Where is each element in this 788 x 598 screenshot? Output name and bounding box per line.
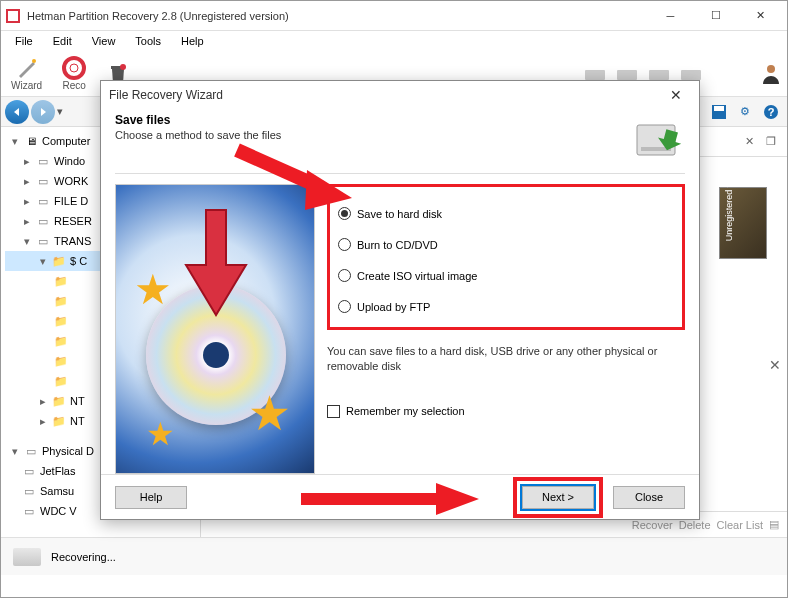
dialog-header: Save files Choose a method to save the f…	[115, 109, 685, 173]
popout-icon[interactable]: ❐	[763, 134, 779, 150]
window-title: Hetman Partition Recovery 2.8 (Unregiste…	[27, 10, 648, 22]
save-icon[interactable]	[707, 100, 731, 124]
tree-label: RESER	[54, 215, 92, 227]
titlebar: Hetman Partition Recovery 2.8 (Unregiste…	[1, 1, 787, 31]
maximize-button[interactable]: ☐	[693, 2, 738, 30]
radio-label: Create ISO virtual image	[357, 270, 477, 282]
menubar: File Edit View Tools Help	[1, 31, 787, 51]
wizard-illustration: ★ ★ ★	[115, 184, 315, 474]
clearlist-action[interactable]: Clear List	[717, 519, 763, 531]
unregistered-watermark: Unregistered v	[724, 182, 734, 242]
help-icon[interactable]: ?	[759, 100, 783, 124]
radio-burn-cd[interactable]: Burn to CD/DVD	[338, 238, 674, 251]
close-panel-icon[interactable]: ✕	[741, 134, 757, 150]
computer-icon: 🖥	[23, 133, 39, 149]
folder-icon: 📁	[53, 353, 69, 369]
expand-icon[interactable]: ▸	[21, 176, 32, 187]
collapse-icon[interactable]: ▾	[21, 236, 32, 247]
close-icon[interactable]: ✕	[769, 357, 781, 373]
menu-tools[interactable]: Tools	[125, 33, 171, 49]
folder-icon: 📁	[51, 413, 67, 429]
close-dialog-button[interactable]: Close	[613, 486, 685, 509]
next-button[interactable]: Next >	[522, 486, 594, 509]
svg-point-2	[32, 59, 36, 63]
drive-icon	[13, 548, 41, 566]
checkbox-label: Remember my selection	[346, 405, 465, 417]
minimize-button[interactable]: ─	[648, 2, 693, 30]
tree-label: Samsu	[40, 485, 74, 497]
dialog-main: ★ ★ ★ Save to hard disk Burn to CD/DVD	[115, 173, 685, 474]
svg-rect-8	[617, 70, 637, 80]
svg-rect-18	[301, 493, 441, 505]
menu-help[interactable]: Help	[171, 33, 214, 49]
menu-edit[interactable]: Edit	[43, 33, 82, 49]
collapse-icon[interactable]: ▾	[37, 256, 48, 267]
dialog-title: File Recovery Wizard	[109, 88, 661, 102]
dialog-close-button[interactable]: ✕	[661, 82, 691, 108]
radio-icon	[338, 269, 351, 282]
dialog-titlebar: File Recovery Wizard ✕	[101, 81, 699, 109]
recover-button[interactable]: Reco	[56, 54, 92, 93]
file-recovery-wizard-dialog: File Recovery Wizard ✕ Save files Choose…	[100, 80, 700, 520]
recover-action[interactable]: Recover	[632, 519, 673, 531]
drive-icon: ▭	[21, 463, 37, 479]
tree-label: WDC V	[40, 505, 77, 517]
dialog-subtitle: Choose a method to save the files	[115, 129, 633, 141]
drive-icon: ▭	[21, 483, 37, 499]
hard-drive-icon	[633, 113, 685, 165]
radio-label: Save to hard disk	[357, 208, 442, 220]
tree-label: Computer	[42, 135, 90, 147]
delete-action[interactable]: Delete	[679, 519, 711, 531]
svg-point-6	[120, 64, 126, 70]
radio-upload-ftp[interactable]: Upload by FTP	[338, 300, 674, 313]
menu-view[interactable]: View	[82, 33, 126, 49]
radio-label: Burn to CD/DVD	[357, 239, 438, 251]
app-icon	[5, 8, 21, 24]
hint-text: You can save files to a hard disk, USB d…	[327, 344, 685, 375]
lifebuoy-icon	[62, 56, 86, 80]
help-button[interactable]: Help	[115, 486, 187, 509]
radio-icon	[338, 300, 351, 313]
dialog-heading: Save files	[115, 113, 633, 127]
collapse-icon[interactable]: ▾	[9, 446, 20, 457]
menu-file[interactable]: File	[5, 33, 43, 49]
annotation-arrow-icon	[301, 481, 481, 517]
expand-icon[interactable]: ▸	[21, 216, 32, 227]
expand-icon[interactable]: ▸	[37, 416, 48, 427]
tree-label: NT	[70, 395, 85, 407]
tree-label: WORK	[54, 175, 88, 187]
svg-rect-1	[8, 11, 18, 21]
folder-icon: 📁	[53, 273, 69, 289]
back-button[interactable]	[5, 100, 29, 124]
radio-create-iso[interactable]: Create ISO virtual image	[338, 269, 674, 282]
gear-icon[interactable]: ⚙	[733, 100, 757, 124]
remember-checkbox[interactable]: Remember my selection	[327, 405, 685, 418]
expand-icon[interactable]: ▸	[21, 156, 32, 167]
radio-icon	[338, 238, 351, 251]
drive-icon: ▭	[35, 153, 51, 169]
svg-point-11	[767, 65, 775, 73]
svg-point-4	[70, 64, 78, 72]
forward-button[interactable]	[31, 100, 55, 124]
expand-icon[interactable]: ▸	[37, 396, 48, 407]
radio-label: Upload by FTP	[357, 301, 430, 313]
drive-icon: ▭	[35, 233, 51, 249]
radio-icon	[338, 207, 351, 220]
tree-label: FILE D	[54, 195, 88, 207]
folder-icon: 📁	[53, 333, 69, 349]
drive-icon: ▭	[21, 503, 37, 519]
status-text: Recovering...	[51, 551, 116, 563]
collapse-icon[interactable]: ▾	[9, 136, 20, 147]
radio-save-hard-disk[interactable]: Save to hard disk	[338, 207, 674, 220]
expand-icon[interactable]: ▸	[21, 196, 32, 207]
wizard-button[interactable]: Wizard	[5, 54, 48, 93]
drive-icon: ▭	[35, 173, 51, 189]
svg-rect-10	[681, 70, 701, 80]
folder-icon: 📁	[53, 313, 69, 329]
window-controls: ─ ☐ ✕	[648, 2, 783, 30]
chevron-down-icon[interactable]: ▾	[57, 105, 63, 118]
view-icon[interactable]: ▤	[769, 518, 779, 531]
statusbar: Recovering...	[1, 537, 787, 575]
folder-icon: 📁	[51, 253, 67, 269]
close-button[interactable]: ✕	[738, 2, 783, 30]
